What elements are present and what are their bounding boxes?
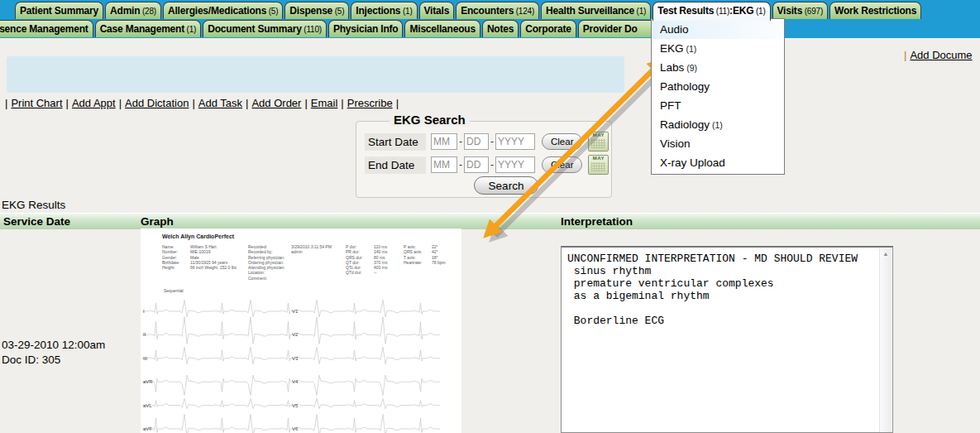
tab-label: Health Surveillance — [546, 5, 634, 17]
end-calendar-icon[interactable]: MAY — [588, 155, 609, 175]
tab-bsence-management[interactable]: bsence Management — [0, 20, 93, 37]
info-value: William S Hart — [190, 244, 217, 249]
tab-admin[interactable]: Admin (28) — [105, 2, 161, 19]
lead-label: V3 — [292, 356, 299, 361]
lead-label: aVL — [143, 403, 152, 408]
search-button[interactable]: Search — [474, 176, 538, 195]
tab-count: (11) — [714, 7, 729, 16]
scroll-up-icon[interactable]: ▲ — [880, 251, 892, 257]
dropdown-item-label: X-ray Upload — [660, 156, 725, 169]
tab-label: Injections — [356, 5, 400, 17]
start-date-row: Start Date - - Clear MAY — [365, 132, 609, 152]
tab-case-management[interactable]: Case Management (1) — [95, 20, 202, 37]
email-link[interactable]: Email — [311, 97, 338, 109]
ekg-search-title: EKG Search — [390, 113, 470, 127]
lead-label: V4 — [292, 379, 299, 384]
tab-label: Allergies/Medications — [168, 5, 266, 17]
end-clear-button[interactable]: Clear — [542, 156, 582, 173]
ekg-doc-title: Welch Allyn CardioPerfect — [162, 233, 234, 239]
test-results-dropdown: AudioEKG (1)Labs (9)PathologyPFTRadiolog… — [651, 18, 785, 175]
tab-miscellaneous[interactable]: Miscellaneous — [404, 20, 480, 37]
tab-label: Test Results — [657, 5, 714, 17]
results-header-row: Service Date Graph Interpretation — [0, 213, 980, 229]
start-year-input[interactable] — [495, 133, 535, 150]
ekg-trace — [142, 399, 440, 409]
tab-document-summary[interactable]: Document Summary (110) — [203, 20, 327, 37]
start-clear-button[interactable]: Clear — [542, 133, 582, 150]
info-label: Height: — [162, 265, 190, 270]
start-day-input[interactable] — [464, 133, 489, 150]
scrollbar[interactable]: ▲ — [879, 248, 892, 432]
top-bar: Patient SummaryAdmin (28)Allergies/Medic… — [0, 0, 980, 38]
dropdown-item-labs[interactable]: Labs (9) — [652, 58, 784, 77]
tab-vitals[interactable]: Vitals — [419, 2, 455, 19]
ekg-doc-patient-info: Name:William S HartNumber:MIE-10019Gende… — [162, 244, 237, 270]
col-graph: Graph — [141, 215, 174, 228]
dropdown-item-radiology[interactable]: Radiology (1) — [652, 115, 784, 134]
ekg-results-title: EKG Results — [2, 199, 65, 211]
start-month-input[interactable] — [431, 133, 457, 150]
add-document-link-wrap: |Add Docume — [904, 49, 973, 61]
tab-label: Admin — [110, 5, 140, 17]
tab-visits[interactable]: Visits (697) — [772, 2, 829, 19]
dropdown-item-pathology[interactable]: Pathology — [652, 77, 784, 96]
dropdown-item-label: PFT — [660, 99, 681, 112]
tab-injections[interactable]: Injections (1) — [351, 2, 417, 19]
tab-encounters[interactable]: Encounters (124) — [456, 2, 539, 19]
dropdown-item-x-ray-upload[interactable]: X-ray Upload — [652, 153, 784, 172]
info-label: QTd dur: — [346, 270, 374, 275]
ekg-trace — [142, 301, 440, 317]
end-day-input[interactable] — [464, 156, 489, 173]
tab-notes[interactable]: Notes — [482, 20, 519, 37]
tab-count: (110) — [302, 25, 322, 34]
tab-count: (697) — [802, 7, 823, 16]
date-separator: - — [459, 136, 462, 147]
ekg-doc-axes: P axis:22°QRS axis:42°T axis:18°Heartrat… — [404, 244, 446, 265]
tab-corporate[interactable]: Corporate — [520, 20, 576, 37]
tab-test-results[interactable]: Test Results (11):EKG (1) — [653, 2, 770, 21]
tab-physician-info[interactable]: Physician Info — [328, 20, 404, 37]
info-value: 370 ms — [374, 260, 387, 265]
separator: | — [246, 97, 248, 109]
tab-health-surveillance[interactable]: Health Surveillance (1) — [541, 2, 651, 19]
ekg-doc-record-info: Recorded:3/29/2010 3:11:54 PMRecorded by… — [248, 244, 332, 281]
add-order-link[interactable]: Add Order — [251, 97, 301, 109]
tab-dispense[interactable]: Dispense (5) — [284, 2, 349, 19]
tab-count: (1) — [400, 7, 412, 16]
end-year-input[interactable] — [495, 156, 535, 173]
col-service-date: Service Date — [3, 215, 70, 228]
add-task-link[interactable]: Add Task — [198, 97, 242, 109]
add-dictation-link[interactable]: Add Dictation — [125, 97, 189, 109]
end-month-input[interactable] — [431, 156, 457, 173]
tab-label: Case Management — [100, 23, 184, 35]
ekg-graph-thumbnail[interactable]: Welch Allyn CardioPerfect Name:William S… — [141, 229, 461, 433]
interpretation-box[interactable]: UNCONFIRMED INTERPRETATION - MD SHOULD R… — [561, 246, 893, 433]
tab-work-restrictions[interactable]: Work Restrictions — [829, 2, 921, 19]
separator: | — [904, 49, 906, 61]
ekg-trace — [142, 347, 440, 363]
start-calendar-icon[interactable]: MAY — [588, 132, 609, 152]
tab-label: Document Summary — [208, 23, 302, 35]
dropdown-item-pft[interactable]: PFT — [652, 96, 784, 115]
add-document-link[interactable]: Add Docume — [910, 49, 972, 61]
dropdown-item-ekg[interactable]: EKG (1) — [652, 39, 784, 58]
prescribe-link[interactable]: Prescribe — [347, 97, 393, 109]
dropdown-item-label: Audio — [660, 23, 689, 36]
print-chart-link[interactable]: Print Chart — [11, 97, 62, 109]
info-value: 66 inch Weight: 152.0 lbs — [190, 265, 237, 270]
tab-allergies-medications[interactable]: Allergies/Medications (5) — [163, 2, 283, 19]
tab-patient-summary[interactable]: Patient Summary — [15, 2, 103, 19]
dropdown-item-label: Pathology — [660, 80, 710, 93]
separator: | — [304, 97, 307, 109]
ekg-search-panel: EKG Search Start Date - - Clear MAY End … — [356, 121, 612, 198]
ekg-trace — [142, 414, 440, 433]
tab-label: Work Restrictions — [834, 5, 916, 17]
date-separator: - — [490, 136, 494, 147]
add-appt-link[interactable]: Add Appt — [72, 97, 116, 109]
dropdown-item-audio[interactable]: Audio — [652, 20, 784, 39]
separator: | — [66, 97, 69, 109]
dropdown-item-count: (9) — [684, 63, 697, 73]
dropdown-item-vision[interactable]: Vision — [652, 134, 784, 153]
tab-count: (5) — [332, 7, 344, 16]
action-links: |Print Chart|Add Appt|Add Dictation|Add … — [2, 97, 402, 109]
